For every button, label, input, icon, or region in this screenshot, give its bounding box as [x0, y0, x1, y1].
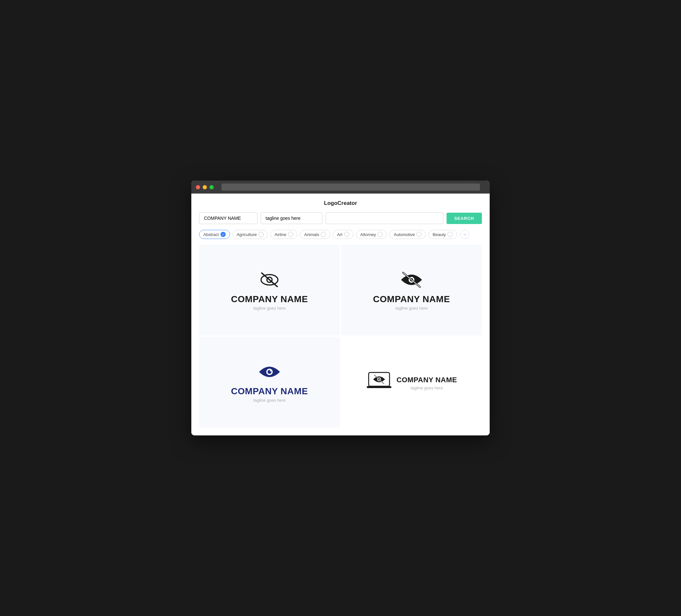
logo-grid: COMPANY NAME tagline goes here COMPANY N…	[199, 245, 482, 428]
filter-airline-label: Airline	[275, 232, 286, 237]
filter-attorney-label: Attorney	[360, 232, 376, 237]
logo-card-1[interactable]: COMPANY NAME tagline goes here	[199, 245, 340, 336]
search-bar: SEARCH	[199, 212, 482, 224]
filter-abstract-label: Abstract	[203, 232, 219, 237]
filter-abstract[interactable]: Abstract✓	[199, 230, 230, 239]
filter-art-label: Art	[337, 232, 343, 237]
filter-animals-label: Animals	[304, 232, 319, 237]
filter-automotive-check-icon: ✓	[417, 232, 422, 237]
tagline-input[interactable]	[261, 212, 322, 224]
svg-rect-12	[367, 386, 392, 388]
logo1-tagline: tagline goes here	[253, 306, 286, 311]
filter-agriculture-label: Agriculture	[237, 232, 257, 237]
filter-beauty-check-icon: ✓	[448, 232, 453, 237]
logo4-inline: COMPANY NAME tagline goes here	[366, 370, 457, 396]
filter-beauty-label: Beauty	[433, 232, 446, 237]
keyword-input[interactable]	[326, 212, 443, 224]
filter-art[interactable]: Art✓	[333, 230, 353, 239]
filter-bar: Abstract✓Agriculture✓Airline✓Animals✓Art…	[199, 230, 482, 239]
browser-titlebar	[191, 181, 490, 194]
browser-window: LogoCreator SEARCH Abstract✓Agriculture✓…	[191, 181, 490, 435]
svg-point-9	[270, 370, 271, 371]
eye-slash-filled-icon	[399, 271, 425, 289]
logo4-company-name: COMPANY NAME	[397, 376, 457, 384]
filter-art-check-icon: ✓	[344, 232, 349, 237]
logo2-tagline: tagline goes here	[395, 306, 428, 311]
address-bar[interactable]	[222, 183, 480, 190]
logo3-company-name: COMPANY NAME	[231, 386, 308, 396]
logo-card-2[interactable]: COMPANY NAME tagline goes here	[341, 245, 482, 336]
logo-card-3[interactable]: COMPANY NAME tagline goes here	[199, 337, 340, 428]
filter-attorney-check-icon: ✓	[377, 232, 383, 237]
fullscreen-button[interactable]	[209, 185, 214, 189]
filter-animals-check-icon: ✓	[321, 232, 326, 237]
filter-attorney[interactable]: Attorney✓	[356, 230, 387, 239]
logo4-text-group: COMPANY NAME tagline goes here	[397, 376, 457, 390]
eye-slash-outline-icon	[256, 271, 282, 289]
laptop-eye-icon	[366, 370, 392, 391]
filter-beauty[interactable]: Beauty✓	[428, 230, 457, 239]
filter-agriculture-check-icon: ✓	[258, 232, 263, 237]
search-button[interactable]: SEARCH	[447, 213, 482, 224]
filter-automotive[interactable]: Automotive✓	[389, 230, 426, 239]
filter-next-arrow[interactable]: →	[460, 230, 469, 239]
filter-animals[interactable]: Animals✓	[300, 230, 330, 239]
filter-airline-check-icon: ✓	[288, 232, 293, 237]
filter-agriculture[interactable]: Agriculture✓	[232, 230, 268, 239]
logo4-tagline: tagline goes here	[397, 385, 457, 390]
close-button[interactable]	[196, 185, 200, 189]
logo3-tagline: tagline goes here	[253, 398, 286, 403]
app-container: LogoCreator SEARCH Abstract✓Agriculture✓…	[191, 194, 490, 435]
logo-card-4[interactable]: COMPANY NAME tagline goes here	[341, 337, 482, 428]
filter-abstract-check-icon: ✓	[221, 232, 226, 237]
app-header: LogoCreator	[199, 200, 482, 207]
company-name-input[interactable]	[199, 212, 257, 224]
eye-filled-icon	[256, 363, 282, 381]
logo2-company-name: COMPANY NAME	[373, 294, 450, 304]
filter-airline[interactable]: Airline✓	[271, 230, 297, 239]
app-title: LogoCreator	[324, 200, 357, 206]
logo1-company-name: COMPANY NAME	[231, 294, 308, 304]
minimize-button[interactable]	[203, 185, 207, 189]
filter-automotive-label: Automotive	[394, 232, 415, 237]
